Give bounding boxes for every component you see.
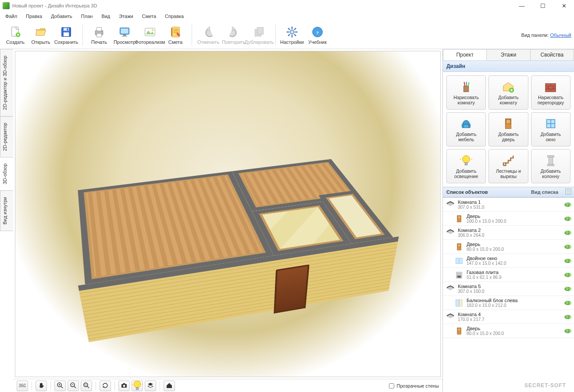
object-row[interactable]: Комната 1307.0 x 531.0 [443,198,574,212]
design-stairs-button[interactable]: Лестницы ивырезы [488,149,528,183]
tab-3d[interactable]: 3D-обзор [0,157,13,191]
menu-5[interactable]: Этажи [115,13,136,20]
menu-7[interactable]: Справка [161,13,187,20]
toolbar-preview-button[interactable]: Просмотр [112,22,137,48]
svg-rect-15 [122,36,127,36]
view-list-icon[interactable] [565,189,571,196]
app-icon [3,2,10,9]
visibility-eye-icon[interactable] [564,273,571,277]
viewtool-camera-button[interactable] [118,381,130,391]
design-add-furniture-button[interactable]: Добавитьмебель [446,112,486,146]
menu-4[interactable]: Вид [98,13,114,20]
object-dims: 307.0 x 100.0 [458,289,564,294]
close-button[interactable]: ✕ [556,3,571,9]
viewtool-home-button[interactable] [164,381,175,391]
toolbar-preview-label: Просмотр [114,39,135,45]
transparent-walls-checkbox[interactable] [389,383,394,388]
toolbar-save-button[interactable]: Сохранить [53,22,79,48]
visibility-eye-icon[interactable] [564,301,571,305]
left-vertical-tabs: 2D-редактор и 3D-обзор2D-редактор3D-обзо… [0,49,13,392]
object-row[interactable]: Дверь80.0 x 15.0 x 200.0 [443,240,574,254]
design-add-room-button[interactable]: Добавитькомнату [488,75,528,110]
object-row[interactable]: Балконный блок слева183.0 x 15.0 x 212.0 [443,296,574,310]
design-add-column-button[interactable]: Добавитьколонну [531,149,570,183]
view-list-label[interactable]: Вид списка [531,189,570,195]
window-icon [544,117,558,131]
room-icon [446,228,455,238]
svg-rect-66 [551,83,556,86]
object-row[interactable]: Дверь100.0 x 15.0 x 200.0 [443,212,574,226]
object-row[interactable]: Комната 2306.0 x 264.0 [443,226,574,240]
viewtool-zoom-out-button[interactable] [68,381,79,391]
viewtool-360-button[interactable]: 360 [17,381,28,391]
design-add-window-button[interactable]: Добавитьокно [531,112,570,146]
visibility-eye-icon[interactable] [564,203,571,207]
object-name: Комната 5 [458,284,564,289]
object-row[interactable]: Дверь80.0 x 15.0 x 200.0 [443,324,574,338]
object-row[interactable]: Газовая плита51.0 x 62.1 x 86.9 [443,268,574,282]
tab-inside[interactable]: Вид изнутри [0,190,13,231]
right-tab-floors[interactable]: Этажи [486,49,530,61]
viewtool-zoom-in-button[interactable] [54,381,66,391]
design-draw-room-label: Нарисоватькомнату [453,95,479,105]
menu-0[interactable]: Файл [2,13,21,20]
toolbar-settings-button[interactable]: Настройки [279,22,305,48]
design-add-light-button[interactable]: Добавитьосвещение [446,149,486,183]
visibility-eye-icon[interactable] [564,329,571,333]
viewtool-bulb-button[interactable] [132,381,143,391]
svg-rect-14 [123,35,126,36]
toolbar-dup-label: Дублировать [245,39,274,45]
right-tab-props[interactable]: Свойства [530,49,574,61]
tab-2d3d[interactable]: 2D-редактор и 3D-обзор [0,49,13,117]
svg-point-11 [101,31,102,32]
minimize-button[interactable]: — [514,3,529,9]
viewtool-hand-button[interactable] [36,381,47,391]
toolbar-print-button[interactable]: Печать [86,22,112,48]
viewtool-zoom-fit-button[interactable] [81,381,92,391]
svg-line-42 [61,386,63,388]
right-tab-project[interactable]: Проект [443,49,487,61]
menu-1[interactable]: Правка [22,13,46,20]
viewtool-rotate-button[interactable] [100,381,111,391]
maximize-button[interactable]: ☐ [535,3,550,9]
vt-sep [50,381,51,390]
design-add-column-label: Добавитьколонну [541,168,561,179]
visibility-eye-icon[interactable] [564,231,571,235]
menu-3[interactable]: План [78,13,96,20]
visibility-eye-icon[interactable] [564,245,571,249]
toolbar-open-label: Открыть [31,39,50,45]
toolbar-create-button[interactable]: Создать [3,22,28,48]
design-stairs-label: Лестницы ивырезы [496,168,521,179]
viewport-3d[interactable] [15,51,441,377]
toolbar-manual-button[interactable]: ?Учебник [305,22,330,48]
design-draw-partition-button[interactable]: Нарисоватьперегородку [531,75,570,110]
toolbar-estimate-button[interactable]: Смета [163,22,188,48]
svg-point-37 [291,31,293,32]
viewtool-layers-button[interactable] [145,381,156,391]
visibility-eye-icon[interactable] [564,217,571,221]
menu-2[interactable]: Добавить [47,13,76,20]
door-icon [454,326,464,336]
visibility-eye-icon[interactable] [564,259,571,263]
object-row[interactable]: Комната 4170.0 x 217.7 [443,310,574,324]
toolbar-save-label: Сохранить [54,39,78,45]
svg-line-36 [288,34,290,36]
toolbar-photoreal-button[interactable]: Фотореализм [137,22,163,48]
design-add-door-button[interactable]: Добавитьдверь [488,112,528,146]
object-row[interactable]: Комната 5307.0 x 100.0 [443,282,574,296]
object-dims: 147.0 x 15.0 x 142.0 [467,261,564,266]
design-draw-room-button[interactable]: Нарисоватькомнату [446,75,486,110]
tab-2d[interactable]: 2D-редактор [0,116,13,157]
svg-rect-70 [545,89,550,92]
visibility-eye-icon[interactable] [564,315,571,319]
visibility-eye-icon[interactable] [564,287,571,291]
menu-6[interactable]: Смета [139,13,160,20]
panel-mode-link[interactable]: Обычный [550,32,571,38]
toolbar-open-button[interactable]: Открыть [28,22,53,48]
stove-icon [454,270,464,280]
transparent-walls-option[interactable]: Прозрачные стены [389,383,439,388]
svg-point-48 [84,383,88,387]
svg-rect-61 [464,86,469,92]
exterior-door [274,264,310,314]
object-row[interactable]: Двойное окно147.0 x 15.0 x 142.0 [443,254,574,268]
